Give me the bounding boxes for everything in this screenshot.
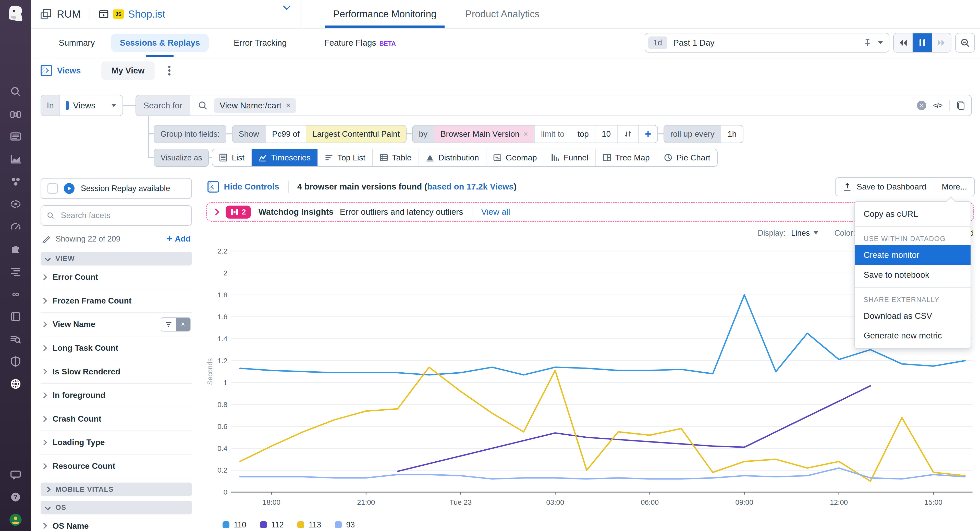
metrics-icon[interactable] [6, 148, 25, 170]
legend-item[interactable]: 110 [223, 520, 246, 529]
add-groupby-button[interactable]: + [639, 125, 657, 143]
tab-sessions-replays[interactable]: Sessions & Replays [111, 34, 209, 52]
remove-filter-icon[interactable]: × [176, 318, 190, 331]
menu-create-monitor[interactable]: Create monitor [855, 245, 970, 265]
facet-error-count[interactable]: Error Count [41, 265, 192, 289]
zoom-out-button[interactable] [955, 33, 975, 52]
ci-infinity-icon[interactable]: ∞ [6, 283, 25, 305]
tab-summary[interactable]: Summary [50, 34, 103, 52]
integrations-icon[interactable] [6, 170, 25, 193]
logs-icon[interactable] [6, 125, 25, 148]
hide-controls-button[interactable]: Hide Controls [207, 181, 279, 193]
facet-in-foreground[interactable]: In foreground [41, 384, 192, 407]
pin-icon[interactable] [863, 38, 872, 47]
service-map-icon[interactable] [6, 193, 25, 215]
session-replay-checkbox[interactable] [48, 183, 58, 193]
facet-view-name[interactable]: View Name × [41, 313, 192, 337]
chip-remove-icon[interactable]: × [286, 101, 291, 110]
service-switcher[interactable]: JS Shop.ist [99, 0, 165, 28]
facet-section-mobile-vitals[interactable]: MOBILE VITALS [41, 483, 192, 496]
menu-save-to-notebook[interactable]: Save to notebook [855, 265, 970, 285]
tab-feature-flags[interactable]: Feature FlagsBETA [315, 34, 404, 52]
metric-select[interactable]: Largest Contentful Paint [306, 125, 406, 143]
legend-swatch [223, 521, 229, 528]
menu-generate-new-metric[interactable]: Generate new metric [855, 326, 970, 346]
viz-table[interactable]: Table [373, 149, 419, 166]
query-chip[interactable]: View Name:/cart× [214, 98, 296, 113]
watchdog-icon[interactable] [6, 103, 25, 125]
code-view-icon[interactable]: </> [933, 102, 942, 109]
menu-download-as-csv[interactable]: Download as CSV [855, 306, 970, 326]
pipelines-icon[interactable] [6, 260, 25, 282]
facet-os-name[interactable]: OS Name [41, 514, 192, 531]
legend-item[interactable]: 112 [260, 520, 284, 529]
sort-toggle[interactable] [617, 125, 639, 143]
facet-search[interactable] [41, 205, 192, 226]
current-view-pill[interactable]: My View [101, 62, 154, 80]
facet-crash-count[interactable]: Crash Count [41, 407, 192, 431]
limit-value-select[interactable]: 10 [595, 125, 617, 143]
clear-search-icon[interactable]: × [917, 101, 926, 110]
viz-top-list[interactable]: Top List [318, 149, 373, 166]
more-button[interactable]: More... [934, 178, 975, 196]
pause-button[interactable] [912, 33, 932, 52]
groupby-remove-icon[interactable]: × [523, 129, 528, 139]
rum-globe-icon[interactable] [6, 372, 25, 395]
scope-selector[interactable]: In Views [41, 95, 123, 116]
add-facet-button[interactable]: +Add [166, 233, 191, 244]
rollup-value-select[interactable]: 1h [721, 125, 743, 143]
log-explorer-icon[interactable] [6, 328, 25, 350]
viz-list[interactable]: List [212, 149, 251, 166]
datadog-logo[interactable] [6, 4, 25, 25]
facet-section-view[interactable]: VIEW [41, 252, 192, 265]
facet-frozen-frame-count[interactable]: Frozen Frame Count [41, 289, 192, 313]
fast-forward-button[interactable] [932, 33, 951, 52]
viz-tree-map[interactable]: Tree Map [596, 149, 657, 166]
views-button[interactable]: Views [41, 65, 81, 76]
extensions-puzzle-icon[interactable] [6, 238, 25, 260]
time-caret-icon[interactable] [878, 41, 883, 44]
search-bar[interactable]: Search for View Name:/cart× × </> [135, 95, 972, 116]
security-shield-icon[interactable] [6, 350, 25, 372]
view-options-kebab[interactable] [166, 63, 173, 78]
facet-search-input[interactable] [59, 210, 186, 221]
rewind-button[interactable] [894, 33, 912, 52]
copy-icon[interactable] [957, 101, 964, 110]
viz-timeseries[interactable]: Timeseries [252, 149, 318, 166]
legend-item[interactable]: 93 [335, 520, 355, 529]
watchdog-view-all-link[interactable]: View all [481, 207, 510, 217]
filter-icon[interactable] [161, 318, 176, 331]
viz-distribution[interactable]: Distribution [419, 149, 487, 166]
menu-copy-as-curl[interactable]: Copy as cURL [855, 204, 970, 223]
aggregation-select[interactable]: Pc99 of [266, 125, 306, 143]
chevron-down-icon[interactable] [284, 0, 290, 28]
dashboards-gauge-icon[interactable] [6, 215, 25, 238]
based-on-views-link[interactable]: based on 17.2k Views [427, 182, 514, 191]
tab-error-tracking[interactable]: Error Tracking [225, 34, 296, 52]
save-to-dashboard-button[interactable]: Save to Dashboard [835, 178, 934, 196]
rum-product-icon [41, 9, 51, 19]
groupby-select[interactable]: Browser Main Version× [434, 125, 535, 143]
limit-direction-select[interactable]: top [571, 125, 595, 143]
legend-item[interactable]: 113 [298, 520, 321, 529]
viz-funnel[interactable]: Funnel [544, 149, 596, 166]
help-icon[interactable]: ? [6, 486, 25, 508]
support-chat-icon[interactable] [6, 463, 25, 486]
facet-section-os[interactable]: OS [41, 501, 192, 514]
facet-long-task-count[interactable]: Long Task Count [41, 336, 192, 360]
viz-geomap[interactable]: Geomap [487, 149, 544, 166]
facet-resource-count[interactable]: Resource Count [41, 455, 192, 478]
display-select[interactable]: Lines [791, 228, 818, 238]
viz-pie-chart[interactable]: Pie Chart [657, 149, 718, 166]
tab-product-analytics[interactable]: Product Analytics [451, 0, 554, 28]
facet-loading-type[interactable]: Loading Type [41, 431, 192, 455]
notebooks-icon[interactable] [6, 305, 25, 328]
time-range-selector[interactable]: 1d Past 1 Day [645, 33, 889, 52]
session-replay-filter[interactable]: Session Replay available [41, 178, 192, 199]
tab-performance-monitoring[interactable]: Performance Monitoring [319, 0, 451, 28]
pencil-icon[interactable] [42, 235, 51, 243]
search-icon[interactable] [6, 80, 25, 103]
account-avatar[interactable] [6, 508, 25, 531]
facet-is-slow-rendered[interactable]: Is Slow Rendered [41, 360, 192, 384]
expand-chevron-icon[interactable] [212, 209, 219, 215]
